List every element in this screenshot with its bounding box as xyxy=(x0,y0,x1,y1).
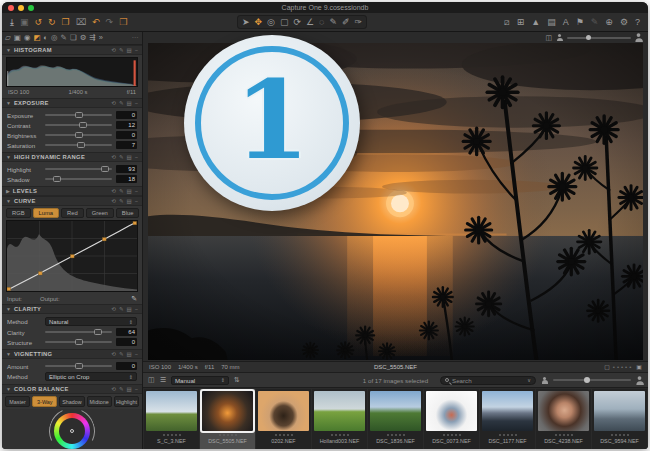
edit-icon[interactable]: ✎ xyxy=(119,306,124,312)
slider-value[interactable]: 93 xyxy=(116,165,137,173)
tab-details-icon[interactable]: ◎ xyxy=(51,33,58,43)
thumbnail-image[interactable] xyxy=(426,391,477,431)
slider-value[interactable]: 0 xyxy=(116,362,137,370)
thumbnail-image[interactable] xyxy=(314,391,365,431)
grid-icon[interactable]: ⊞ xyxy=(517,17,525,27)
thumbnail-cell[interactable]: S_C_3.NEF xyxy=(144,389,199,449)
tab-metadata-icon[interactable]: ❏ xyxy=(70,33,77,43)
slider-value[interactable]: 0 xyxy=(116,111,137,119)
help-icon[interactable]: ? xyxy=(635,17,640,27)
thumbnail-image[interactable] xyxy=(482,391,533,431)
curve-tab-luma[interactable]: Luma xyxy=(33,208,60,218)
slider-thumb[interactable] xyxy=(101,166,109,172)
thumbnail-rating-dots[interactable] xyxy=(443,431,461,438)
thumbnail-cell[interactable]: DSC_4238.NEF xyxy=(536,389,591,449)
spot-tool-icon[interactable]: ◌ xyxy=(319,17,324,27)
slider-value[interactable]: 12 xyxy=(116,121,137,129)
collapse-icon[interactable]: − xyxy=(135,100,138,106)
stack-icon[interactable]: ▤ xyxy=(547,17,556,27)
rotate-cw-icon[interactable]: ↻ xyxy=(48,17,56,27)
slider-track[interactable] xyxy=(45,134,112,136)
panel-actions[interactable]: ⟲✎▤− xyxy=(111,154,138,160)
collapse-icon[interactable]: − xyxy=(135,386,138,392)
trash-icon[interactable]: ⌧ xyxy=(76,17,86,27)
undo-icon[interactable]: ↶ xyxy=(92,17,100,27)
thumbnail-image[interactable] xyxy=(594,391,645,431)
slider-thumb[interactable] xyxy=(75,132,83,138)
clarity-method-select[interactable]: Natural ⇕ xyxy=(45,317,137,326)
slider-value[interactable]: 7 xyxy=(116,141,137,149)
presets-icon[interactable]: ▤ xyxy=(127,100,132,106)
thumbnail-rating-dots[interactable] xyxy=(611,431,629,438)
thumbnail-cell[interactable]: DSC_1177.NEF xyxy=(480,389,535,449)
cb-tab-3-way[interactable]: 3-Way xyxy=(32,396,57,407)
local-copy-icon[interactable]: ⟲ xyxy=(111,188,116,194)
tab-color-icon[interactable]: ◐ xyxy=(44,33,49,43)
histogram-panel-header[interactable]: ▼ HISTOGRAM ⟲✎▤− xyxy=(2,45,142,55)
collapse-icon[interactable]: − xyxy=(135,154,138,160)
settings-icon[interactable]: ⚙ xyxy=(620,17,628,27)
slider-track[interactable] xyxy=(45,178,112,180)
wheel-arc-right[interactable] xyxy=(43,402,102,449)
main-photo[interactable]: 1 xyxy=(148,43,643,360)
edit-icon[interactable]: ✎ xyxy=(119,47,124,53)
loupe-tool-icon[interactable]: ◎ xyxy=(267,17,275,27)
hdr-panel-header[interactable]: ▼ HIGH DYNAMIC RANGE ⟲✎▤− xyxy=(2,152,142,162)
thumbnail-cell[interactable]: 0202.NEF xyxy=(256,389,311,449)
thumbnail-image[interactable] xyxy=(202,391,253,431)
clarity-panel-header[interactable]: ▼ CLARITY ⟲✎▤− xyxy=(2,304,142,314)
zoom-in-person-icon[interactable] xyxy=(634,33,643,42)
tab-library-icon[interactable]: ▱ xyxy=(5,33,11,43)
presets-icon[interactable]: ▤ xyxy=(127,351,132,357)
tab-batch-icon[interactable]: ⇶ xyxy=(89,33,95,43)
slider-value[interactable]: 0 xyxy=(116,338,137,346)
panel-actions[interactable]: ⟲✎▤− xyxy=(111,47,138,53)
capture-icon[interactable]: ▣ xyxy=(20,17,29,27)
draw-mask-tool-icon[interactable]: ✎ xyxy=(329,17,337,27)
pan-tool-icon[interactable]: ✥ xyxy=(255,17,263,27)
local-copy-icon[interactable]: ⟲ xyxy=(111,198,116,204)
process-icon[interactable]: ❒ xyxy=(119,17,127,27)
presets-icon[interactable]: ▤ xyxy=(127,386,132,392)
cb-tab-midtone[interactable]: Midtone xyxy=(87,396,112,407)
collapse-icon[interactable]: − xyxy=(135,198,138,204)
thumbnail-rating-dots[interactable] xyxy=(555,431,573,438)
curve-picker-icon[interactable]: ✎ xyxy=(131,295,137,303)
thumbnail-image[interactable] xyxy=(370,391,421,431)
color-tag-icon[interactable]: ▣ xyxy=(636,362,642,372)
thumbnail-cell[interactable]: DSC_0073.NEF xyxy=(424,389,479,449)
edit-icon[interactable]: ✎ xyxy=(119,386,124,392)
slider-track[interactable] xyxy=(45,341,112,343)
thumb-size-small-icon[interactable] xyxy=(541,377,548,384)
annotations-icon[interactable]: A xyxy=(563,17,569,27)
color-wheel-midtone[interactable] xyxy=(54,413,90,449)
slider-thumb[interactable] xyxy=(77,142,85,148)
draw-icon[interactable]: ✎ xyxy=(591,17,599,27)
pick-color-tool-icon[interactable]: ✑ xyxy=(355,17,363,27)
proof-icon[interactable]: ⧄ xyxy=(504,17,510,27)
edit-icon[interactable]: ✎ xyxy=(119,154,124,160)
local-copy-icon[interactable]: ⟲ xyxy=(111,351,116,357)
fit-view-icon[interactable]: ◫ xyxy=(545,33,552,43)
thumbnail-cell[interactable]: Holland003.NEF xyxy=(312,389,367,449)
slider-track[interactable] xyxy=(45,365,112,367)
tab-capture-icon[interactable]: ▣ xyxy=(14,33,21,43)
collapse-icon[interactable]: − xyxy=(135,351,138,357)
cb-tab-highlight[interactable]: Highlight xyxy=(114,396,139,407)
thumbnail-rating-dots[interactable] xyxy=(219,431,237,438)
tab-more-icon[interactable]: » xyxy=(99,33,103,43)
local-copy-icon[interactable]: ⟲ xyxy=(111,154,116,160)
curve-tab-red[interactable]: Red xyxy=(61,208,84,218)
slider-value[interactable]: 0 xyxy=(116,131,137,139)
curve-tab-green[interactable]: Green xyxy=(86,208,114,218)
thumbnail-rating-dots[interactable] xyxy=(499,431,517,438)
thumbnail-cell[interactable]: DSC_9594.NEF xyxy=(592,389,647,449)
slider-thumb[interactable] xyxy=(75,363,83,369)
copy-adjustments-icon[interactable]: ❐ xyxy=(62,17,70,27)
thumbnail-image[interactable] xyxy=(538,391,589,431)
presets-icon[interactable]: ▤ xyxy=(127,306,132,312)
panel-actions[interactable]: ⟲✎▤− xyxy=(111,100,138,106)
panel-actions[interactable]: ⟲✎▤− xyxy=(111,188,138,194)
curve-panel-header[interactable]: ▼ CURVE ⟲✎▤− xyxy=(2,196,142,206)
slider-track[interactable] xyxy=(45,331,112,333)
